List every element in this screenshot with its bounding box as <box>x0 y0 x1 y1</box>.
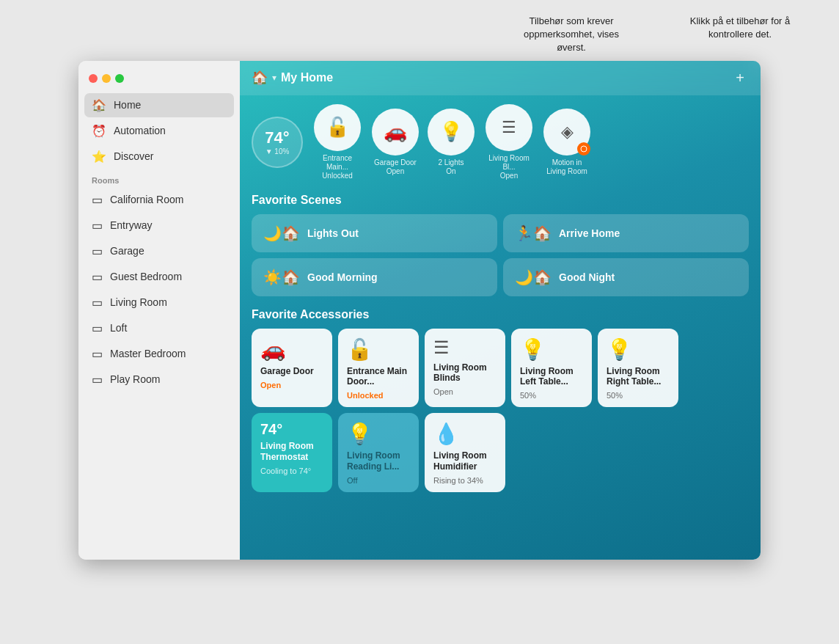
room-label: Garage <box>110 245 144 257</box>
minimize-button[interactable] <box>102 74 111 83</box>
room-icon: ▭ <box>92 270 103 284</box>
thermostat-name: Living Room Thermostat <box>260 441 323 462</box>
motion-badge-icon <box>580 145 587 153</box>
blinds-card-icon: ☰ <box>433 337 497 358</box>
favorite-accessories-section: Favorite Accessories 🚗 Garage Door Open … <box>240 304 761 500</box>
scene-good-night-label: Good Night <box>559 271 615 283</box>
left-table-lamp-status: 50% <box>520 391 583 400</box>
accessory-garage-door[interactable]: 🚗 Garage Door Open <box>252 329 332 408</box>
accessory-right-table-lamp[interactable]: 💡 Living Room Right Table... 50% <box>598 329 678 408</box>
status-motion[interactable]: ◈ Motion inLiving Room <box>543 109 590 176</box>
entrance-door-name: Entrance Main Door... <box>347 366 410 387</box>
humidifier-status: Rising to 34% <box>433 476 497 485</box>
bulb-icon: 💡 <box>439 120 463 143</box>
sidebar: 🏠 Home ⏰ Automation ⭐ Discover Rooms ▭ C… <box>78 61 240 560</box>
right-table-lamp-name: Living Room Right Table... <box>607 366 670 387</box>
room-label: Loft <box>110 322 127 334</box>
room-label: Living Room <box>110 296 167 308</box>
star-icon: ⭐ <box>92 150 106 164</box>
sidebar-item-living-room[interactable]: ▭ Living Room <box>84 290 234 315</box>
lights-icon-circle: 💡 <box>428 109 475 155</box>
reading-light-name: Living Room Reading Li... <box>347 450 410 472</box>
thermostat-temp-display: 74° <box>260 422 323 436</box>
rooms-section-label: Rooms <box>78 169 240 188</box>
right-table-lamp-icon: 💡 <box>607 337 670 362</box>
lights-label: 2 LightsOn <box>438 158 464 176</box>
close-button[interactable] <box>89 74 98 83</box>
garage-label: Garage DoorOpen <box>374 158 417 176</box>
entrance-door-status: Unlocked <box>347 391 410 400</box>
lights-out-icon: 🌙🏠 <box>263 224 300 242</box>
accessories-grid: 🚗 Garage Door Open 🔓 Entrance Main Door.… <box>252 329 749 493</box>
sidebar-item-garage[interactable]: ▭ Garage <box>84 239 234 263</box>
status-bar: 74° ▼ 10% 🔓 Entrance Main...Unlocked 🚗 G… <box>240 95 761 189</box>
motion-badge <box>577 142 590 155</box>
garage-door-status: Open <box>260 381 323 389</box>
sidebar-item-automation[interactable]: ⏰ Automation <box>84 119 234 143</box>
home-icon: 🏠 <box>252 70 268 86</box>
accessory-entrance-door[interactable]: 🔓 Entrance Main Door... Unlocked <box>338 329 419 408</box>
fullscreen-button[interactable] <box>115 74 124 83</box>
humidifier-name: Living Room Humidifier <box>433 450 497 472</box>
blinds-icon: ☰ <box>502 118 516 137</box>
sidebar-item-master-bedroom[interactable]: ▭ Master Bedroom <box>84 342 234 366</box>
titlebar: 🏠 ▾ My Home + <box>240 61 761 95</box>
scene-arrive-home-label: Arrive Home <box>559 227 620 239</box>
scene-arrive-home[interactable]: 🏃🏠 Arrive Home <box>503 214 749 252</box>
blinds-name: Living Room Blinds <box>433 362 497 384</box>
room-icon: ▭ <box>92 296 103 310</box>
add-accessory-button[interactable]: + <box>731 68 749 88</box>
entrance-label: Entrance Main...Unlocked <box>312 154 363 180</box>
sidebar-item-home[interactable]: 🏠 Home <box>84 93 234 117</box>
room-label: Master Bedroom <box>110 348 186 359</box>
room-icon: ▭ <box>92 244 103 258</box>
accessory-reading-light[interactable]: 💡 Living Room Reading Li... Off <box>338 413 419 492</box>
room-label: Guest Bedroom <box>110 271 182 282</box>
chevron-down-icon[interactable]: ▾ <box>272 73 276 83</box>
rooms-list: ▭ California Room ▭ Entryway ▭ Garage ▭ … <box>78 188 240 392</box>
status-blinds[interactable]: ☰ Living Room Bl...Open <box>483 104 535 180</box>
entrance-icon-circle: 🔓 <box>314 104 361 151</box>
accessory-thermostat[interactable]: 74° Living Room Thermostat Cooling to 74… <box>252 413 332 492</box>
home-icon: 🏠 <box>92 98 106 112</box>
accessory-left-table-lamp[interactable]: 💡 Living Room Left Table... 50% <box>511 329 592 408</box>
sidebar-item-california-room[interactable]: ▭ California Room <box>84 188 234 212</box>
scene-good-morning[interactable]: ☀️🏠 Good Morning <box>252 258 497 296</box>
sidebar-item-entryway[interactable]: ▭ Entryway <box>84 213 234 238</box>
temperature-display: 74° <box>265 128 289 147</box>
accessory-humidifier[interactable]: 💧 Living Room Humidifier Rising to 34% <box>425 413 505 492</box>
status-garage[interactable]: 🚗 Garage DoorOpen <box>372 109 419 176</box>
left-table-lamp-icon: 💡 <box>520 337 583 362</box>
svg-point-0 <box>581 146 587 152</box>
room-icon: ▭ <box>92 193 103 207</box>
annotation-left: Tilbehør som krever oppmerksomhet, vises… <box>516 15 626 55</box>
sidebar-label-home: Home <box>114 99 141 111</box>
garage-door-name: Garage Door <box>260 366 323 376</box>
sidebar-item-play-room[interactable]: ▭ Play Room <box>84 367 234 392</box>
room-icon: ▭ <box>92 347 103 361</box>
sidebar-item-discover[interactable]: ⭐ Discover <box>84 144 234 169</box>
accessory-blinds[interactable]: ☰ Living Room Blinds Open <box>425 329 505 408</box>
status-entrance[interactable]: 🔓 Entrance Main...Unlocked <box>312 104 363 180</box>
sidebar-item-loft[interactable]: ▭ Loft <box>84 316 234 340</box>
favorite-scenes-title: Favorite Scenes <box>252 194 749 207</box>
blinds-label: Living Room Bl...Open <box>483 154 535 180</box>
scene-good-night[interactable]: 🌙🏠 Good Night <box>503 258 749 296</box>
blinds-status: Open <box>433 387 497 396</box>
lock-icon: 🔓 <box>326 116 349 139</box>
garage-icon-circle: 🚗 <box>372 109 419 155</box>
humidifier-icon: 💧 <box>433 422 497 446</box>
sidebar-item-guest-bedroom[interactable]: ▭ Guest Bedroom <box>84 265 234 289</box>
status-lights[interactable]: 💡 2 LightsOn <box>428 109 475 176</box>
room-label: Play Room <box>110 373 160 385</box>
titlebar-title: My Home <box>281 71 333 84</box>
motion-label: Motion inLiving Room <box>546 158 587 176</box>
right-table-lamp-status: 50% <box>607 391 670 400</box>
scene-good-morning-label: Good Morning <box>307 271 378 283</box>
scene-lights-out[interactable]: 🌙🏠 Lights Out <box>252 214 497 252</box>
weather-status[interactable]: 74° ▼ 10% <box>252 117 303 168</box>
app-window: 🏠 Home ⏰ Automation ⭐ Discover Rooms ▭ C… <box>78 61 761 560</box>
page-annotations: Tilbehør som krever oppmerksomhet, vises… <box>0 15 839 55</box>
sidebar-nav: 🏠 Home ⏰ Automation ⭐ Discover <box>78 93 240 169</box>
scenes-grid: 🌙🏠 Lights Out 🏃🏠 Arrive Home ☀️🏠 Good Mo… <box>252 214 749 296</box>
